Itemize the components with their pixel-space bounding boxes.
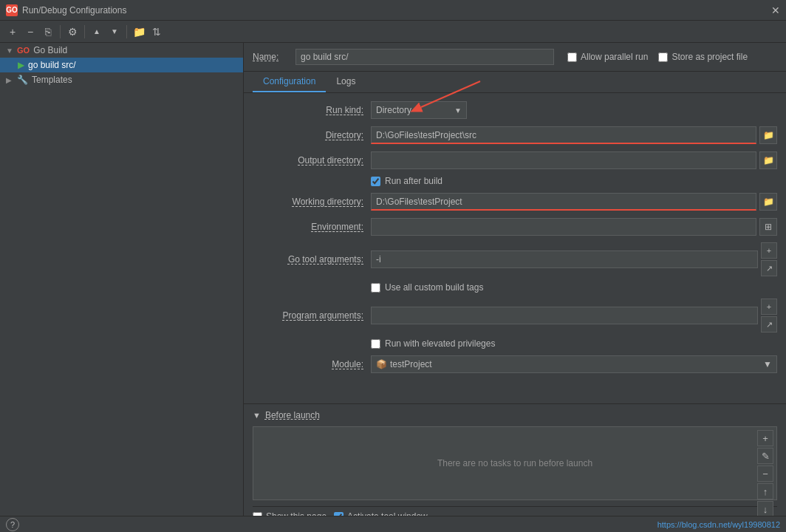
store-project-label: Store as project file bbox=[671, 52, 748, 62]
run-after-build-text: Run after build bbox=[385, 176, 442, 186]
before-launch-buttons: + ✎ − ↑ ↓ bbox=[757, 430, 773, 517]
module-label: Module: bbox=[253, 359, 371, 369]
main-layout: ▼ GO Go Build ▶ go build src/ ▶ 🔧 Templa… bbox=[0, 43, 786, 532]
before-launch-section: ▼ Before launch There are no tasks to ru… bbox=[244, 403, 786, 532]
run-after-build-row: Run after build bbox=[253, 176, 777, 186]
help-button[interactable]: ? bbox=[6, 518, 19, 531]
close-button[interactable]: ✕ bbox=[771, 4, 780, 16]
url-text: https://blog.csdn.net/wyl19980812 bbox=[657, 520, 780, 529]
tabs: Configuration Logs bbox=[244, 72, 786, 93]
run-kind-control: Directory ▼ bbox=[371, 101, 777, 119]
working-directory-control: 📁 bbox=[371, 193, 777, 211]
sidebar: ▼ GO Go Build ▶ go build src/ ▶ 🔧 Templa… bbox=[0, 43, 244, 532]
working-directory-input[interactable] bbox=[371, 193, 756, 211]
run-after-build-label[interactable]: Run after build bbox=[371, 176, 442, 186]
module-row: Module: 📦 testProject ▼ bbox=[253, 355, 777, 374]
run-kind-value: Directory bbox=[376, 105, 454, 115]
go-build-icon: GO bbox=[17, 46, 30, 55]
run-elevated-row: Run with elevated privileges bbox=[253, 338, 777, 349]
tab-logs[interactable]: Logs bbox=[326, 72, 366, 92]
sidebar-item-label: go build src/ bbox=[28, 60, 76, 70]
environment-edit-button[interactable]: ⊞ bbox=[759, 218, 777, 236]
program-arguments-input[interactable] bbox=[371, 307, 758, 324]
sidebar-item-go-build-src[interactable]: ▶ go build src/ bbox=[0, 58, 243, 72]
tab-configuration[interactable]: Configuration bbox=[253, 72, 326, 92]
module-value: testProject bbox=[390, 359, 432, 369]
working-directory-label: Working directory: bbox=[253, 197, 371, 207]
working-directory-browse-button[interactable]: 📁 bbox=[759, 193, 777, 211]
sidebar-item-templates[interactable]: ▶ 🔧 Templates bbox=[0, 72, 243, 87]
go-tool-args-btn-group: + ↗ bbox=[761, 242, 777, 276]
output-directory-row: Output directory: 📁 bbox=[253, 151, 777, 170]
store-project-checkbox[interactable] bbox=[658, 52, 668, 62]
program-arguments-row: Program arguments: + ↗ bbox=[253, 299, 777, 332]
before-launch-add-button[interactable]: + bbox=[757, 430, 773, 446]
folder-button[interactable]: 📁 bbox=[131, 24, 147, 40]
directory-input[interactable] bbox=[371, 126, 756, 144]
add-button[interactable]: + bbox=[4, 24, 21, 40]
parallel-run-label: Allow parallel run bbox=[581, 52, 648, 62]
remove-button[interactable]: − bbox=[22, 24, 38, 40]
output-directory-input[interactable] bbox=[371, 151, 756, 169]
arrow-down-button[interactable]: ▼ bbox=[106, 24, 123, 40]
go-tool-args-expand-button[interactable]: ↗ bbox=[761, 260, 777, 276]
module-icon: 📦 bbox=[376, 359, 387, 369]
working-directory-row: Working directory: 📁 bbox=[253, 192, 777, 211]
before-launch-header[interactable]: ▼ Before launch bbox=[253, 410, 777, 420]
go-tool-arguments-control: + ↗ bbox=[371, 242, 777, 276]
before-launch-edit-button[interactable]: ✎ bbox=[757, 448, 773, 464]
module-control: 📦 testProject ▼ bbox=[371, 355, 777, 373]
run-kind-label: Run kind: bbox=[253, 105, 371, 115]
environment-control: ⊞ bbox=[371, 218, 777, 236]
before-launch-down-button[interactable]: ↓ bbox=[757, 501, 773, 517]
go-tool-arguments-row: Go tool arguments: + ↗ bbox=[253, 242, 777, 276]
program-args-expand-button[interactable]: ↗ bbox=[761, 316, 777, 332]
use-custom-build-tags-row: Use all custom build tags bbox=[253, 282, 777, 293]
bottom-bar: ? https://blog.csdn.net/wyl19980812 bbox=[0, 516, 786, 532]
name-label: Name: bbox=[253, 52, 290, 62]
program-args-add-button[interactable]: + bbox=[761, 299, 777, 315]
store-project-checkbox-label[interactable]: Store as project file bbox=[658, 52, 748, 62]
use-custom-build-tags-label[interactable]: Use all custom build tags bbox=[371, 282, 483, 293]
go-tool-arguments-label: Go tool arguments: bbox=[253, 254, 371, 265]
module-select[interactable]: 📦 testProject ▼ bbox=[371, 355, 777, 373]
go-tool-arguments-input[interactable] bbox=[371, 250, 758, 268]
sidebar-item-go-build[interactable]: ▼ GO Go Build bbox=[0, 43, 243, 58]
name-input[interactable] bbox=[295, 49, 554, 65]
before-launch-up-button[interactable]: ↑ bbox=[757, 483, 773, 499]
copy-button[interactable]: ⎘ bbox=[40, 24, 56, 40]
parallel-run-checkbox-label[interactable]: Allow parallel run bbox=[567, 52, 648, 62]
output-directory-control: 📁 bbox=[371, 151, 777, 169]
sort-button[interactable]: ⇅ bbox=[148, 24, 165, 40]
arrow-up-button[interactable]: ▲ bbox=[89, 24, 105, 40]
use-custom-build-tags-checkbox[interactable] bbox=[371, 283, 380, 293]
expand-icon: ▼ bbox=[6, 47, 13, 55]
before-launch-area: There are no tasks to run before launch … bbox=[253, 426, 777, 500]
output-directory-browse-button[interactable]: 📁 bbox=[759, 151, 777, 169]
program-arguments-control: + ↗ bbox=[371, 299, 777, 332]
go-tool-args-add-button[interactable]: + bbox=[761, 242, 777, 259]
name-row: Name: Allow parallel run Store as projec… bbox=[244, 43, 786, 72]
templates-icon: 🔧 bbox=[17, 75, 28, 85]
before-launch-remove-button[interactable]: − bbox=[757, 466, 773, 482]
run-elevated-label[interactable]: Run with elevated privileges bbox=[371, 338, 495, 349]
program-args-btn-group: + ↗ bbox=[761, 299, 777, 332]
app-icon: GO bbox=[6, 4, 18, 16]
directory-row: Directory: 📁 bbox=[253, 126, 777, 145]
output-directory-label: Output directory: bbox=[253, 155, 371, 166]
no-tasks-text: There are no tasks to run before launch bbox=[437, 458, 592, 468]
environment-input[interactable] bbox=[371, 218, 756, 236]
separator-3 bbox=[126, 25, 127, 38]
right-panel: Name: Allow parallel run Store as projec… bbox=[244, 43, 786, 532]
parallel-run-checkbox[interactable] bbox=[567, 52, 577, 62]
separator-1 bbox=[60, 25, 61, 38]
directory-browse-button[interactable]: 📁 bbox=[759, 126, 777, 144]
settings-button[interactable]: ⚙ bbox=[64, 24, 81, 40]
run-kind-dropdown[interactable]: Directory ▼ bbox=[371, 101, 467, 119]
run-after-build-checkbox[interactable] bbox=[371, 177, 380, 186]
window-title: Run/Debug Configurations bbox=[22, 5, 126, 16]
before-launch-expand-icon: ▼ bbox=[253, 411, 261, 420]
run-kind-row: Run kind: Directory ▼ bbox=[253, 100, 777, 120]
before-launch-title: Before launch bbox=[265, 410, 320, 420]
run-elevated-checkbox[interactable] bbox=[371, 339, 380, 349]
